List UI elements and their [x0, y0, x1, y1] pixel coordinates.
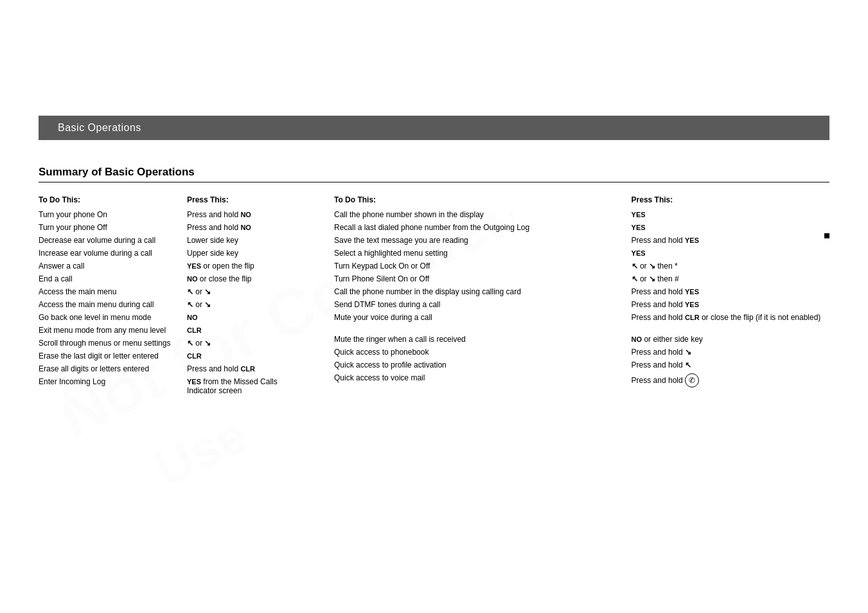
action-cell: Save the text message you are reading	[334, 234, 632, 247]
press-cell: Press and hold CLR or close the flip (if…	[632, 311, 829, 324]
action-cell: Answer a call	[39, 260, 187, 272]
table-row: Recall a last dialed phone number from t…	[334, 221, 829, 234]
press-cell: Press and hold YES	[632, 298, 829, 311]
table-row: Turn Phone Silent On or Off↖ or ↘ then #	[334, 272, 829, 285]
table-row: Increase ear volume during a callUpper s…	[39, 247, 308, 260]
action-cell: Call the phone number in the display usi…	[334, 285, 632, 298]
press-cell: Press and hold NO	[187, 221, 308, 234]
table-row: Erase all digits or letters enteredPress…	[39, 362, 308, 375]
table-row	[334, 324, 829, 333]
right-operations-table: To Do This: Press This: Call the phone n…	[334, 194, 829, 397]
page: Not for Commercial Use Basic Operations …	[0, 116, 868, 613]
action-cell: Mute the ringer when a call is received	[334, 333, 632, 346]
press-cell: YES from the Missed Calls Indicator scre…	[187, 375, 308, 397]
press-cell: YES or open the flip	[187, 260, 308, 272]
press-cell: ↖ or ↘ then *	[632, 260, 829, 272]
table-row: Decrease ear volume during a callLower s…	[39, 234, 308, 247]
action-cell: Turn Keypad Lock On or Off	[334, 260, 632, 272]
section-title: Summary of Basic Operations	[39, 166, 829, 182]
action-cell: Quick access to phonebook	[334, 346, 632, 359]
press-cell: NO	[187, 311, 308, 324]
table-row: Call the phone number shown in the displ…	[334, 208, 829, 221]
press-cell: Press and hold YES	[632, 285, 829, 298]
svg-text:Use: Use	[146, 405, 256, 497]
action-cell: End a call	[39, 272, 187, 285]
action-cell: Scroll through menus or menu settings	[39, 337, 187, 350]
press-cell: Press and hold YES	[632, 234, 829, 247]
table-row: Access the main menu during call↖ or ↘	[39, 298, 308, 311]
action-cell: Select a highlighted menu setting	[334, 247, 632, 260]
right-col2-header: Press This:	[632, 194, 829, 208]
header-bar: Basic Operations	[39, 116, 829, 140]
press-cell: Upper side key	[187, 247, 308, 260]
table-row: Exit menu mode from any menu levelCLR	[39, 324, 308, 337]
press-cell: Press and hold ↖	[632, 359, 829, 371]
table-row: Quick access to profile activationPress …	[334, 359, 829, 371]
action-cell: Turn Phone Silent On or Off	[334, 272, 632, 285]
action-cell: Turn your phone Off	[39, 221, 187, 234]
table-row: Quick access to phonebookPress and hold …	[334, 346, 829, 359]
table-row: Select a highlighted menu settingYES	[334, 247, 829, 260]
table-row: Save the text message you are readingPre…	[334, 234, 829, 247]
table-row: Mute your voice during a callPress and h…	[334, 311, 829, 324]
action-cell: Access the main menu during call	[39, 298, 187, 311]
press-cell: Press and hold ✆	[632, 371, 829, 389]
press-cell: ↖ or ↘	[187, 337, 308, 350]
action-cell: Quick access to profile activation	[334, 359, 632, 371]
action-cell: Recall a last dialed phone number from t…	[334, 221, 632, 234]
action-cell: Call the phone number shown in the displ…	[334, 208, 632, 221]
table-row: Go back one level in menu modeNO	[39, 311, 308, 324]
press-cell: Press and hold ↘	[632, 346, 829, 359]
left-col2-header: Press This:	[187, 194, 308, 208]
left-operations-table: To Do This: Press This: Turn your phone …	[39, 194, 308, 397]
action-cell: Send DTMF tones during a call	[334, 298, 632, 311]
table-row: Mute the ringer when a call is receivedN…	[334, 333, 829, 346]
action-cell: Quick access to voice mail	[334, 371, 632, 389]
table-row: Turn your phone OffPress and hold NO	[39, 221, 308, 234]
table-row: Send DTMF tones during a callPress and h…	[334, 298, 829, 311]
press-cell: NO or close the flip	[187, 272, 308, 285]
press-cell: NO or either side key	[632, 333, 829, 346]
table-row: Call the phone number in the display usi…	[334, 285, 829, 298]
table-row: Turn your phone OnPress and hold NO	[39, 208, 308, 221]
action-cell: Increase ear volume during a call	[39, 247, 187, 260]
table-row: Access the main menu↖ or ↘	[39, 285, 308, 298]
press-cell: ↖ or ↘	[187, 298, 308, 311]
action-cell: Go back one level in menu mode	[39, 311, 187, 324]
action-cell: Exit menu mode from any menu level	[39, 324, 187, 337]
two-column-layout: To Do This: Press This: Turn your phone …	[39, 194, 829, 397]
press-cell: ↖ or ↘	[187, 285, 308, 298]
action-cell: Turn your phone On	[39, 208, 187, 221]
action-cell: Erase all digits or letters entered	[39, 362, 187, 375]
table-row: Enter Incoming LogYES from the Missed Ca…	[39, 375, 308, 397]
press-cell: CLR	[187, 324, 308, 337]
right-col1-header: To Do This:	[334, 194, 632, 208]
corner-decoration	[824, 233, 829, 238]
table-row: Quick access to voice mailPress and hold…	[334, 371, 829, 389]
table-row: Turn Keypad Lock On or Off↖ or ↘ then *	[334, 260, 829, 272]
press-cell: Press and hold CLR	[187, 362, 308, 375]
table-row: End a callNO or close the flip	[39, 272, 308, 285]
action-cell: Decrease ear volume during a call	[39, 234, 187, 247]
action-cell: Access the main menu	[39, 285, 187, 298]
action-cell: Enter Incoming Log	[39, 375, 187, 397]
press-cell: ↖ or ↘ then #	[632, 272, 829, 285]
press-cell: Lower side key	[187, 234, 308, 247]
press-cell: Press and hold NO	[187, 208, 308, 221]
press-cell: YES	[632, 208, 829, 221]
action-cell: Mute your voice during a call	[334, 311, 632, 324]
table-row: Erase the last digit or letter enteredCL…	[39, 350, 308, 362]
press-cell: YES	[632, 247, 829, 260]
table-row: Scroll through menus or menu settings↖ o…	[39, 337, 308, 350]
press-cell: YES	[632, 221, 829, 234]
left-col1-header: To Do This:	[39, 194, 187, 208]
action-cell: Erase the last digit or letter entered	[39, 350, 187, 362]
table-row: Answer a callYES or open the flip	[39, 260, 308, 272]
header-title: Basic Operations	[58, 122, 141, 133]
press-cell: CLR	[187, 350, 308, 362]
main-content: Summary of Basic Operations To Do This: …	[39, 140, 829, 410]
